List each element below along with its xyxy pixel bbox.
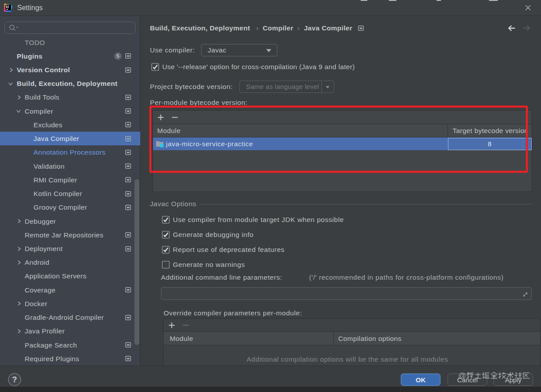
svg-text:@: @ [459, 371, 466, 380]
